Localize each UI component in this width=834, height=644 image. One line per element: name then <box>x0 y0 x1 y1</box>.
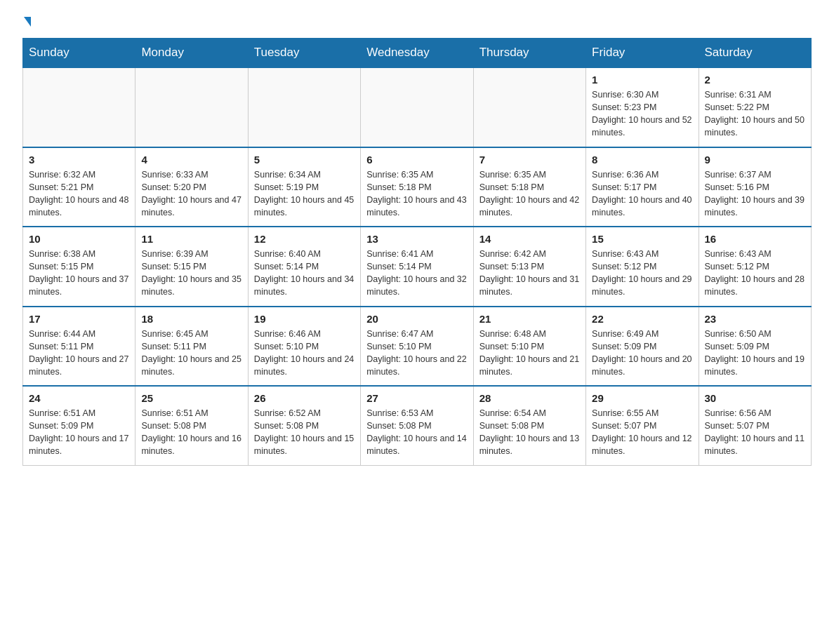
calendar-cell: 14Sunrise: 6:42 AMSunset: 5:13 PMDayligh… <box>473 227 585 307</box>
day-info: Sunrise: 6:52 AMSunset: 5:08 PMDaylight:… <box>254 407 355 458</box>
day-number: 23 <box>705 313 805 325</box>
day-number: 24 <box>29 392 129 404</box>
day-number: 9 <box>705 154 805 166</box>
calendar-week-row: 17Sunrise: 6:44 AMSunset: 5:11 PMDayligh… <box>23 307 812 387</box>
calendar-cell: 7Sunrise: 6:35 AMSunset: 5:18 PMDaylight… <box>473 147 585 227</box>
day-info: Sunrise: 6:39 AMSunset: 5:15 PMDaylight:… <box>141 248 241 299</box>
calendar-cell: 15Sunrise: 6:43 AMSunset: 5:12 PMDayligh… <box>586 227 699 307</box>
calendar-cell: 27Sunrise: 6:53 AMSunset: 5:08 PMDayligh… <box>361 386 473 465</box>
calendar-cell: 10Sunrise: 6:38 AMSunset: 5:15 PMDayligh… <box>23 227 135 307</box>
column-header-wednesday: Wednesday <box>361 39 473 68</box>
calendar-week-row: 3Sunrise: 6:32 AMSunset: 5:21 PMDaylight… <box>23 147 812 227</box>
day-number: 1 <box>592 74 692 86</box>
day-number: 15 <box>592 233 692 245</box>
calendar-cell: 29Sunrise: 6:55 AMSunset: 5:07 PMDayligh… <box>586 386 699 465</box>
day-number: 14 <box>479 233 580 245</box>
day-number: 22 <box>592 313 692 325</box>
calendar-cell: 9Sunrise: 6:37 AMSunset: 5:16 PMDaylight… <box>699 147 811 227</box>
column-header-saturday: Saturday <box>699 39 811 68</box>
day-number: 20 <box>366 313 467 325</box>
column-header-thursday: Thursday <box>473 39 585 68</box>
day-number: 8 <box>592 154 692 166</box>
day-info: Sunrise: 6:43 AMSunset: 5:12 PMDaylight:… <box>592 248 692 299</box>
calendar-cell: 22Sunrise: 6:49 AMSunset: 5:09 PMDayligh… <box>586 307 699 387</box>
day-number: 17 <box>29 313 129 325</box>
column-header-monday: Monday <box>135 39 248 68</box>
calendar-week-row: 1Sunrise: 6:30 AMSunset: 5:23 PMDaylight… <box>23 67 812 147</box>
calendar-cell: 18Sunrise: 6:45 AMSunset: 5:11 PMDayligh… <box>135 307 248 387</box>
calendar-cell: 23Sunrise: 6:50 AMSunset: 5:09 PMDayligh… <box>699 307 811 387</box>
calendar-header-row: SundayMondayTuesdayWednesdayThursdayFrid… <box>23 39 812 68</box>
calendar-cell: 5Sunrise: 6:34 AMSunset: 5:19 PMDaylight… <box>248 147 360 227</box>
day-number: 30 <box>705 392 805 404</box>
day-info: Sunrise: 6:48 AMSunset: 5:10 PMDaylight:… <box>479 328 580 379</box>
day-number: 11 <box>141 233 241 245</box>
day-info: Sunrise: 6:43 AMSunset: 5:12 PMDaylight:… <box>705 248 805 299</box>
column-header-friday: Friday <box>586 39 699 68</box>
calendar-cell <box>473 67 585 147</box>
day-number: 29 <box>592 392 692 404</box>
day-info: Sunrise: 6:32 AMSunset: 5:21 PMDaylight:… <box>29 168 129 220</box>
calendar-cell: 26Sunrise: 6:52 AMSunset: 5:08 PMDayligh… <box>248 386 360 465</box>
calendar-cell: 8Sunrise: 6:36 AMSunset: 5:17 PMDaylight… <box>586 147 699 227</box>
day-info: Sunrise: 6:53 AMSunset: 5:08 PMDaylight:… <box>366 407 467 458</box>
calendar-cell: 1Sunrise: 6:30 AMSunset: 5:23 PMDaylight… <box>586 67 699 147</box>
day-info: Sunrise: 6:33 AMSunset: 5:20 PMDaylight:… <box>141 168 241 220</box>
day-number: 7 <box>479 154 580 166</box>
day-info: Sunrise: 6:56 AMSunset: 5:07 PMDaylight:… <box>705 407 805 458</box>
day-info: Sunrise: 6:40 AMSunset: 5:14 PMDaylight:… <box>254 248 355 299</box>
calendar-cell: 12Sunrise: 6:40 AMSunset: 5:14 PMDayligh… <box>248 227 360 307</box>
calendar-cell: 3Sunrise: 6:32 AMSunset: 5:21 PMDaylight… <box>23 147 135 227</box>
day-number: 27 <box>366 392 467 404</box>
day-info: Sunrise: 6:47 AMSunset: 5:10 PMDaylight:… <box>366 328 467 379</box>
day-number: 2 <box>705 74 805 86</box>
day-number: 4 <box>141 154 241 166</box>
page-header <box>22 17 812 24</box>
day-info: Sunrise: 6:51 AMSunset: 5:08 PMDaylight:… <box>141 407 241 458</box>
calendar-cell: 24Sunrise: 6:51 AMSunset: 5:09 PMDayligh… <box>23 386 135 465</box>
day-number: 28 <box>479 392 580 404</box>
day-number: 21 <box>479 313 580 325</box>
calendar-cell <box>135 67 248 147</box>
day-number: 16 <box>705 233 805 245</box>
day-info: Sunrise: 6:50 AMSunset: 5:09 PMDaylight:… <box>705 328 805 379</box>
day-info: Sunrise: 6:37 AMSunset: 5:16 PMDaylight:… <box>705 168 805 220</box>
calendar-cell <box>248 67 360 147</box>
day-number: 19 <box>254 313 355 325</box>
calendar-cell: 19Sunrise: 6:46 AMSunset: 5:10 PMDayligh… <box>248 307 360 387</box>
day-number: 5 <box>254 154 355 166</box>
day-number: 18 <box>141 313 241 325</box>
calendar-cell: 2Sunrise: 6:31 AMSunset: 5:22 PMDaylight… <box>699 67 811 147</box>
day-number: 26 <box>254 392 355 404</box>
day-info: Sunrise: 6:34 AMSunset: 5:19 PMDaylight:… <box>254 168 355 220</box>
day-info: Sunrise: 6:44 AMSunset: 5:11 PMDaylight:… <box>29 328 129 379</box>
calendar-cell: 17Sunrise: 6:44 AMSunset: 5:11 PMDayligh… <box>23 307 135 387</box>
day-number: 3 <box>29 154 129 166</box>
calendar-cell: 13Sunrise: 6:41 AMSunset: 5:14 PMDayligh… <box>361 227 473 307</box>
logo <box>22 17 31 24</box>
day-info: Sunrise: 6:42 AMSunset: 5:13 PMDaylight:… <box>479 248 580 299</box>
day-number: 12 <box>254 233 355 245</box>
day-info: Sunrise: 6:38 AMSunset: 5:15 PMDaylight:… <box>29 248 129 299</box>
day-number: 25 <box>141 392 241 404</box>
logo-arrow-icon <box>24 17 31 27</box>
day-info: Sunrise: 6:36 AMSunset: 5:17 PMDaylight:… <box>592 168 692 220</box>
day-info: Sunrise: 6:51 AMSunset: 5:09 PMDaylight:… <box>29 407 129 458</box>
day-info: Sunrise: 6:45 AMSunset: 5:11 PMDaylight:… <box>141 328 241 379</box>
calendar-cell: 4Sunrise: 6:33 AMSunset: 5:20 PMDaylight… <box>135 147 248 227</box>
column-header-tuesday: Tuesday <box>248 39 360 68</box>
calendar-cell <box>23 67 135 147</box>
day-info: Sunrise: 6:30 AMSunset: 5:23 PMDaylight:… <box>592 88 692 140</box>
calendar-cell: 30Sunrise: 6:56 AMSunset: 5:07 PMDayligh… <box>699 386 811 465</box>
day-info: Sunrise: 6:31 AMSunset: 5:22 PMDaylight:… <box>705 88 805 140</box>
calendar-cell: 25Sunrise: 6:51 AMSunset: 5:08 PMDayligh… <box>135 386 248 465</box>
calendar-cell: 20Sunrise: 6:47 AMSunset: 5:10 PMDayligh… <box>361 307 473 387</box>
calendar-cell <box>361 67 473 147</box>
calendar-cell: 11Sunrise: 6:39 AMSunset: 5:15 PMDayligh… <box>135 227 248 307</box>
day-number: 10 <box>29 233 129 245</box>
calendar-week-row: 24Sunrise: 6:51 AMSunset: 5:09 PMDayligh… <box>23 386 812 465</box>
calendar-cell: 21Sunrise: 6:48 AMSunset: 5:10 PMDayligh… <box>473 307 585 387</box>
calendar-cell: 16Sunrise: 6:43 AMSunset: 5:12 PMDayligh… <box>699 227 811 307</box>
day-info: Sunrise: 6:46 AMSunset: 5:10 PMDaylight:… <box>254 328 355 379</box>
column-header-sunday: Sunday <box>23 39 135 68</box>
